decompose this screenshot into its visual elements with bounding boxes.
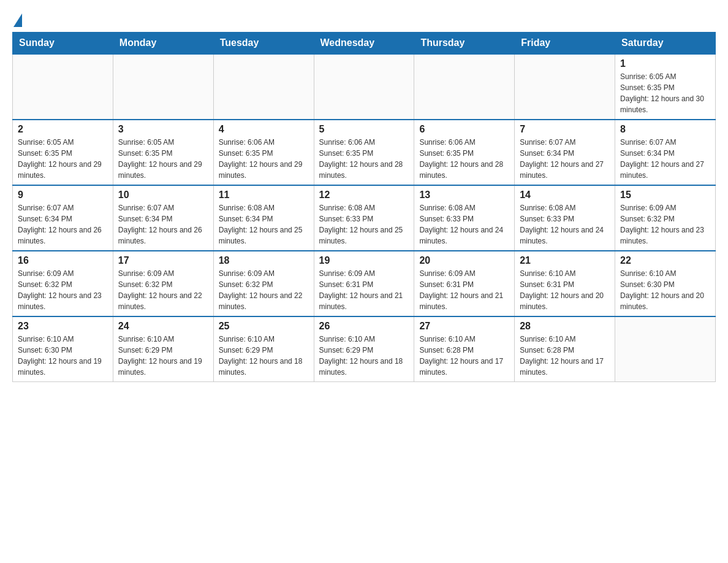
calendar-cell: 9Sunrise: 6:07 AM Sunset: 6:34 PM Daylig…	[13, 185, 113, 251]
day-number: 5	[319, 124, 409, 135]
column-header-friday: Friday	[515, 33, 615, 55]
calendar-week-2: 9Sunrise: 6:07 AM Sunset: 6:34 PM Daylig…	[13, 185, 716, 251]
day-number: 18	[219, 255, 309, 266]
day-number: 4	[219, 124, 309, 135]
day-number: 16	[18, 255, 108, 266]
day-info: Sunrise: 6:08 AM Sunset: 6:34 PM Dayligh…	[219, 202, 309, 247]
day-info: Sunrise: 6:10 AM Sunset: 6:30 PM Dayligh…	[18, 334, 108, 378]
calendar-cell: 10Sunrise: 6:07 AM Sunset: 6:34 PM Dayli…	[113, 185, 213, 251]
calendar-cell: 22Sunrise: 6:10 AM Sunset: 6:30 PM Dayli…	[615, 251, 716, 316]
day-info: Sunrise: 6:09 AM Sunset: 6:31 PM Dayligh…	[419, 268, 509, 312]
day-number: 3	[118, 124, 208, 135]
calendar-cell: 1Sunrise: 6:05 AM Sunset: 6:35 PM Daylig…	[615, 54, 716, 120]
calendar-cell	[113, 54, 213, 120]
day-number: 2	[18, 124, 108, 135]
calendar-cell: 15Sunrise: 6:09 AM Sunset: 6:32 PM Dayli…	[615, 185, 716, 251]
day-number: 27	[419, 321, 509, 332]
calendar-cell	[13, 54, 113, 120]
day-number: 7	[520, 124, 610, 135]
column-header-saturday: Saturday	[615, 33, 716, 55]
day-info: Sunrise: 6:06 AM Sunset: 6:35 PM Dayligh…	[419, 137, 509, 181]
day-info: Sunrise: 6:07 AM Sunset: 6:34 PM Dayligh…	[520, 137, 610, 181]
page-header	[12, 12, 716, 26]
calendar-cell: 7Sunrise: 6:07 AM Sunset: 6:34 PM Daylig…	[515, 120, 615, 185]
calendar-cell: 28Sunrise: 6:10 AM Sunset: 6:28 PM Dayli…	[515, 316, 615, 382]
day-number: 8	[620, 124, 710, 135]
calendar-cell: 12Sunrise: 6:08 AM Sunset: 6:33 PM Dayli…	[314, 185, 414, 251]
day-info: Sunrise: 6:10 AM Sunset: 6:29 PM Dayligh…	[219, 334, 309, 378]
day-number: 24	[118, 321, 208, 332]
calendar-cell	[615, 316, 716, 382]
calendar-week-4: 23Sunrise: 6:10 AM Sunset: 6:30 PM Dayli…	[13, 316, 716, 382]
column-header-thursday: Thursday	[414, 33, 515, 55]
calendar-cell: 6Sunrise: 6:06 AM Sunset: 6:35 PM Daylig…	[414, 120, 515, 185]
day-info: Sunrise: 6:09 AM Sunset: 6:32 PM Dayligh…	[620, 202, 710, 247]
column-header-sunday: Sunday	[13, 33, 113, 55]
day-info: Sunrise: 6:09 AM Sunset: 6:32 PM Dayligh…	[118, 268, 208, 312]
day-info: Sunrise: 6:09 AM Sunset: 6:31 PM Dayligh…	[319, 268, 409, 312]
calendar-cell: 2Sunrise: 6:05 AM Sunset: 6:35 PM Daylig…	[13, 120, 113, 185]
day-info: Sunrise: 6:07 AM Sunset: 6:34 PM Dayligh…	[18, 202, 108, 247]
calendar-cell: 20Sunrise: 6:09 AM Sunset: 6:31 PM Dayli…	[414, 251, 515, 316]
calendar-week-1: 2Sunrise: 6:05 AM Sunset: 6:35 PM Daylig…	[13, 120, 716, 185]
day-number: 22	[620, 255, 710, 266]
day-number: 21	[520, 255, 610, 266]
day-number: 19	[319, 255, 409, 266]
calendar-cell: 4Sunrise: 6:06 AM Sunset: 6:35 PM Daylig…	[213, 120, 314, 185]
calendar-cell: 11Sunrise: 6:08 AM Sunset: 6:34 PM Dayli…	[213, 185, 314, 251]
calendar-table: SundayMondayTuesdayWednesdayThursdayFrid…	[12, 32, 716, 382]
day-number: 12	[319, 190, 409, 201]
calendar-cell: 17Sunrise: 6:09 AM Sunset: 6:32 PM Dayli…	[113, 251, 213, 316]
day-info: Sunrise: 6:06 AM Sunset: 6:35 PM Dayligh…	[319, 137, 409, 181]
calendar-header-row: SundayMondayTuesdayWednesdayThursdayFrid…	[13, 33, 716, 55]
day-number: 15	[620, 190, 710, 201]
day-number: 28	[520, 321, 610, 332]
day-info: Sunrise: 6:09 AM Sunset: 6:32 PM Dayligh…	[219, 268, 309, 312]
day-number: 25	[219, 321, 309, 332]
calendar-cell	[213, 54, 314, 120]
column-header-wednesday: Wednesday	[314, 33, 414, 55]
day-info: Sunrise: 6:10 AM Sunset: 6:29 PM Dayligh…	[118, 334, 208, 378]
calendar-cell: 3Sunrise: 6:05 AM Sunset: 6:35 PM Daylig…	[113, 120, 213, 185]
day-number: 6	[419, 124, 509, 135]
calendar-cell	[414, 54, 515, 120]
day-info: Sunrise: 6:10 AM Sunset: 6:30 PM Dayligh…	[620, 268, 710, 312]
day-info: Sunrise: 6:10 AM Sunset: 6:28 PM Dayligh…	[520, 334, 610, 378]
calendar-week-0: 1Sunrise: 6:05 AM Sunset: 6:35 PM Daylig…	[13, 54, 716, 120]
calendar-cell: 18Sunrise: 6:09 AM Sunset: 6:32 PM Dayli…	[213, 251, 314, 316]
day-info: Sunrise: 6:10 AM Sunset: 6:28 PM Dayligh…	[419, 334, 509, 378]
day-number: 17	[118, 255, 208, 266]
calendar-cell: 27Sunrise: 6:10 AM Sunset: 6:28 PM Dayli…	[414, 316, 515, 382]
day-number: 23	[18, 321, 108, 332]
day-info: Sunrise: 6:08 AM Sunset: 6:33 PM Dayligh…	[319, 202, 409, 247]
calendar-cell: 14Sunrise: 6:08 AM Sunset: 6:33 PM Dayli…	[515, 185, 615, 251]
day-info: Sunrise: 6:08 AM Sunset: 6:33 PM Dayligh…	[419, 202, 509, 247]
logo-triangle-icon	[13, 13, 22, 27]
day-info: Sunrise: 6:08 AM Sunset: 6:33 PM Dayligh…	[520, 202, 610, 247]
day-number: 1	[620, 58, 710, 69]
calendar-cell: 13Sunrise: 6:08 AM Sunset: 6:33 PM Dayli…	[414, 185, 515, 251]
calendar-cell: 16Sunrise: 6:09 AM Sunset: 6:32 PM Dayli…	[13, 251, 113, 316]
day-number: 9	[18, 190, 108, 201]
day-info: Sunrise: 6:05 AM Sunset: 6:35 PM Dayligh…	[118, 137, 208, 181]
day-number: 11	[219, 190, 309, 201]
day-number: 13	[419, 190, 509, 201]
day-number: 20	[419, 255, 509, 266]
day-info: Sunrise: 6:10 AM Sunset: 6:29 PM Dayligh…	[319, 334, 409, 378]
calendar-cell: 5Sunrise: 6:06 AM Sunset: 6:35 PM Daylig…	[314, 120, 414, 185]
column-header-tuesday: Tuesday	[213, 33, 314, 55]
calendar-cell: 19Sunrise: 6:09 AM Sunset: 6:31 PM Dayli…	[314, 251, 414, 316]
day-info: Sunrise: 6:06 AM Sunset: 6:35 PM Dayligh…	[219, 137, 309, 181]
calendar-cell	[314, 54, 414, 120]
day-number: 26	[319, 321, 409, 332]
calendar-cell: 23Sunrise: 6:10 AM Sunset: 6:30 PM Dayli…	[13, 316, 113, 382]
day-info: Sunrise: 6:07 AM Sunset: 6:34 PM Dayligh…	[118, 202, 208, 247]
day-info: Sunrise: 6:09 AM Sunset: 6:32 PM Dayligh…	[18, 268, 108, 312]
column-header-monday: Monday	[113, 33, 213, 55]
calendar-cell: 25Sunrise: 6:10 AM Sunset: 6:29 PM Dayli…	[213, 316, 314, 382]
calendar-cell	[515, 54, 615, 120]
calendar-cell: 24Sunrise: 6:10 AM Sunset: 6:29 PM Dayli…	[113, 316, 213, 382]
calendar-cell: 26Sunrise: 6:10 AM Sunset: 6:29 PM Dayli…	[314, 316, 414, 382]
day-info: Sunrise: 6:07 AM Sunset: 6:34 PM Dayligh…	[620, 137, 710, 181]
day-number: 10	[118, 190, 208, 201]
